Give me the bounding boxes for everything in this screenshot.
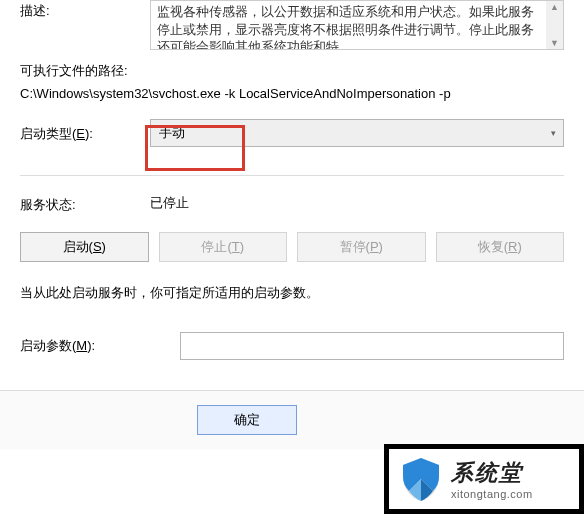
description-textarea[interactable]: 监视各种传感器，以公开数据和适应系统和用户状态。如果此服务停止或禁用，显示器亮度… bbox=[150, 0, 564, 50]
watermark: 系统堂 xitongtang.com bbox=[384, 444, 584, 514]
description-scrollbar[interactable]: ▲ ▼ bbox=[546, 1, 563, 49]
ok-button[interactable]: 确定 bbox=[197, 405, 297, 435]
exec-path-label: 可执行文件的路径: bbox=[20, 62, 564, 80]
start-params-input[interactable] bbox=[180, 332, 564, 360]
startup-type-label: 启动类型(E): bbox=[20, 123, 150, 143]
dialog-footer: 确定 bbox=[0, 391, 584, 449]
start-button[interactable]: 启动(S) bbox=[20, 232, 149, 262]
pause-button: 暂停(P) bbox=[297, 232, 426, 262]
resume-button: 恢复(R) bbox=[436, 232, 565, 262]
description-text: 监视各种传感器，以公开数据和适应系统和用户状态。如果此服务停止或禁用，显示器亮度… bbox=[157, 4, 534, 50]
watermark-title: 系统堂 bbox=[451, 458, 533, 488]
exec-path-value: C:\Windows\system32\svchost.exe -k Local… bbox=[20, 86, 564, 101]
startup-type-select[interactable]: 手动 bbox=[150, 119, 564, 147]
start-params-hint: 当从此处启动服务时，你可指定所适用的启动参数。 bbox=[20, 284, 564, 302]
service-status-label: 服务状态: bbox=[20, 194, 150, 214]
scroll-down-icon[interactable]: ▼ bbox=[550, 37, 559, 49]
startup-type-value: 手动 bbox=[159, 125, 185, 140]
start-params-label: 启动参数(M): bbox=[20, 337, 180, 355]
description-label: 描述: bbox=[20, 0, 150, 20]
scroll-up-icon[interactable]: ▲ bbox=[550, 1, 559, 13]
shield-icon bbox=[397, 455, 445, 503]
divider bbox=[20, 175, 564, 176]
watermark-url: xitongtang.com bbox=[451, 488, 533, 500]
service-status-value: 已停止 bbox=[150, 194, 189, 214]
stop-button: 停止(T) bbox=[159, 232, 288, 262]
